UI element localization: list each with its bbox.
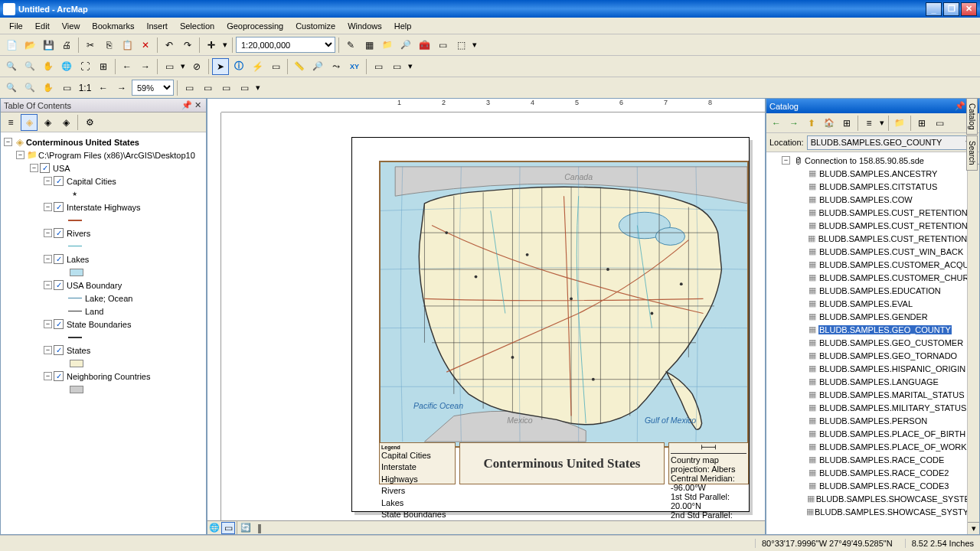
paste-button[interactable] (119, 37, 136, 54)
catalog-pin-button[interactable]: 📌 (955, 101, 965, 112)
pause-drawing-button[interactable]: ‖ (253, 522, 266, 534)
maximize-button[interactable]: ❐ (943, 2, 959, 16)
expand-icon[interactable]: − (4, 138, 12, 146)
catalog-up-button[interactable] (803, 115, 820, 132)
python-button[interactable]: ▭ (434, 37, 451, 54)
page-canvas[interactable]: Canada Mexico Pacific Ocean Gulf of Mexi… (221, 112, 765, 520)
goto-xy-button[interactable]: XY (346, 58, 363, 75)
zoom-out-button[interactable] (21, 58, 38, 75)
tree-layer-usa-boundary[interactable]: − USA Boundary (2, 279, 204, 292)
catalog-connect-folder-button[interactable] (891, 115, 908, 132)
toolbar-options-2[interactable]: ▾ (407, 58, 414, 75)
toggle-draft-button[interactable]: ▭ (181, 80, 198, 96)
measure-button[interactable] (291, 58, 308, 75)
find-route-button[interactable]: ⤳ (328, 58, 345, 75)
catalog-table-item[interactable]: BLUDB.SAMPLES.EDUCATION (768, 284, 978, 297)
menu-help[interactable]: Help (388, 20, 418, 32)
checkbox[interactable] (54, 345, 64, 355)
new-button[interactable] (3, 37, 20, 54)
catalog-connection[interactable]: − Connection to 158.85.90.85.sde (768, 154, 978, 167)
catalog-table-item[interactable]: BLUDB.SAMPLES.GEO_TORNADO (768, 349, 978, 362)
checkbox[interactable] (54, 280, 64, 290)
arctoolbox-button[interactable]: 🧰 (416, 37, 433, 54)
catalog-table-item[interactable]: BLUDB.SAMPLES.PLACE_OF_BIRTH (768, 427, 978, 440)
tree-layer-interstate[interactable]: − Interstate Highways (2, 201, 204, 214)
tree-root[interactable]: − Conterminous United States (2, 135, 204, 148)
checkbox[interactable] (54, 254, 64, 264)
tree-layer-states[interactable]: − States (2, 344, 204, 357)
menu-windows[interactable]: Windows (341, 20, 388, 32)
toc-list-by-visibility-button[interactable]: ◈ (39, 114, 56, 131)
catalog-table-item[interactable]: BLUDB.SAMPLES.LANGUAGE (768, 375, 978, 388)
expand-icon[interactable]: − (44, 372, 52, 380)
tree-datasource[interactable]: − C:\Program Files (x86)\ArcGIS\Desktop1… (2, 148, 204, 161)
menu-view[interactable]: View (56, 20, 87, 32)
close-button[interactable]: ✕ (961, 2, 977, 16)
map-title-box[interactable]: Conterminous United States (459, 442, 665, 484)
catalog-table-item[interactable]: BLUDB.SAMPLES.SHOWCASE_SYSTYPE (768, 505, 978, 518)
menu-geoprocessing[interactable]: Geoprocessing (220, 20, 289, 32)
redo-button[interactable] (179, 37, 196, 54)
menu-edit[interactable]: Edit (29, 20, 56, 32)
catalog-table-item[interactable]: BLUDB.SAMPLES.CUST_WIN_BACK (768, 245, 978, 258)
catalog-table-item[interactable]: BLUDB.SAMPLES.GENDER (768, 310, 978, 323)
toolbar-options[interactable]: ▾ (471, 37, 479, 54)
layout-view[interactable]: 1 2 3 4 5 6 7 8 (207, 98, 766, 535)
catalog-toggle-tree-button[interactable] (838, 115, 855, 132)
tree-layer-lakes[interactable]: − Lakes (2, 253, 204, 266)
layout-view-button[interactable]: ▭ (221, 522, 235, 534)
toc-list-by-source-button[interactable] (21, 114, 38, 131)
open-button[interactable] (21, 37, 38, 54)
map-scale-box[interactable]: ┣━━━━━┫ Country map projection: Albers C… (668, 442, 749, 484)
create-viewer-button[interactable]: ▭ (388, 58, 405, 75)
expand-icon[interactable]: − (44, 346, 52, 354)
map-dataframe[interactable]: Canada Mexico Pacific Ocean Gulf of Mexi… (379, 161, 749, 448)
catalog-options-button[interactable]: ▭ (931, 115, 948, 132)
catalog-table-item[interactable]: BLUDB.SAMPLES.CUST_RETENTION_L (768, 219, 978, 232)
focus-dataframe-button[interactable]: ▭ (199, 80, 216, 96)
layout-zoom-in-button[interactable] (3, 80, 20, 96)
find-button[interactable] (309, 58, 326, 75)
catalog-forward-button[interactable] (786, 115, 802, 132)
catalog-table-item[interactable]: BLUDB.SAMPLES.RACE_CODE3 (768, 479, 978, 492)
catalog-back-button[interactable] (768, 115, 785, 132)
layout-fwd-button[interactable] (113, 80, 130, 96)
editor-toolbar-button[interactable]: ✎ (342, 37, 359, 54)
toc-close-button[interactable]: ✕ (192, 100, 203, 111)
catalog-list-view-button[interactable] (861, 115, 877, 132)
checkbox[interactable] (54, 371, 64, 381)
catalog-home-button[interactable] (821, 115, 838, 132)
side-tab-search[interactable]: Search (966, 135, 978, 171)
undo-button[interactable] (161, 37, 178, 54)
catalog-table-item[interactable]: BLUDB.SAMPLES.CITSTATUS (768, 180, 978, 193)
print-button[interactable] (58, 37, 75, 54)
catalog-table-item[interactable]: BLUDB.SAMPLES.CUSTOMER_ACQUIS (768, 258, 978, 271)
catalog-toggle-contents-button[interactable]: ⊞ (913, 115, 930, 132)
hyperlink-button[interactable]: ⚡ (249, 58, 266, 75)
location-select[interactable]: BLUDB.SAMPLES.GEO_COUNTY (807, 135, 976, 150)
checkbox[interactable] (54, 228, 64, 238)
catalog-table-item[interactable]: BLUDB.SAMPLES.SHOWCASE_SYSTEM (768, 492, 978, 505)
catalog-table-item[interactable]: BLUDB.SAMPLES.COW (768, 193, 978, 206)
catalog-table-item[interactable]: BLUDB.SAMPLES.RACE_CODE (768, 453, 978, 466)
menu-selection[interactable]: Selection (174, 20, 220, 32)
expand-icon[interactable]: − (44, 320, 52, 328)
add-data-button[interactable] (203, 37, 220, 54)
layout-pan-button[interactable] (40, 80, 57, 96)
catalog-table-item[interactable]: BLUDB.SAMPLES.CUST_RETENTION_L (768, 206, 978, 219)
save-button[interactable] (40, 37, 57, 54)
time-slider-button[interactable]: ▭ (370, 58, 387, 75)
side-tab-catalog[interactable]: Catalog (966, 98, 978, 135)
checkbox[interactable] (40, 163, 50, 173)
expand-icon[interactable]: − (44, 177, 52, 185)
search-window-button[interactable] (397, 37, 414, 54)
catalog-table-item[interactable]: BLUDB.SAMPLES.GEO_CUSTOMER (768, 336, 978, 349)
scrollbar-vertical[interactable]: ▴ ▾ (967, 152, 979, 534)
minimize-button[interactable]: _ (926, 2, 942, 16)
select-dropdown[interactable]: ▾ (179, 58, 187, 75)
expand-icon[interactable]: − (30, 164, 38, 172)
modelbuilder-button[interactable]: ⬚ (452, 37, 469, 54)
toc-list-by-drawing-button[interactable] (2, 114, 19, 131)
catalog-table-item[interactable]: BLUDB.SAMPLES.CUSTOMER_CHURN (768, 271, 978, 284)
fixed-zoom-in-button[interactable] (77, 58, 93, 75)
